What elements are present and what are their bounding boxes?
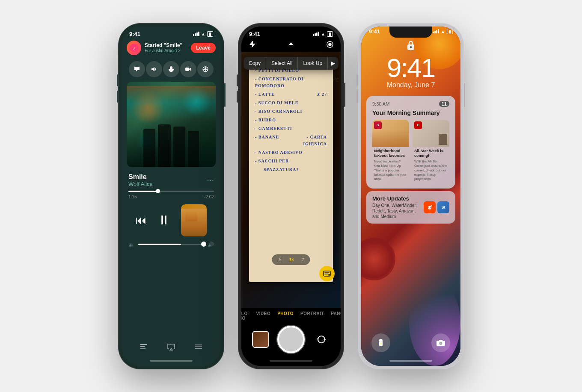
contact-avatar: ♪ [127,41,141,55]
live-photo-button[interactable] [326,41,334,50]
music-note-icon: ♪ [130,44,138,52]
facetime-controls [122,59,221,82]
figure-4 [188,131,199,167]
shutter-button[interactable] [277,326,305,353]
volume-up-btn3[interactable] [356,74,358,86]
progress-container[interactable] [122,190,221,193]
menu-arrow-icon[interactable]: ▶ [328,57,339,70]
zoom-point5[interactable]: .5 [275,256,284,263]
power-btn[interactable] [224,83,226,107]
shareplay-title: Started "Smile" [145,42,187,48]
flashlight-button[interactable] [371,333,390,352]
shareplay-info: Started "Smile" For Justin Arnold > [145,42,187,53]
flash-button[interactable] [248,41,256,50]
news-source-icon-1: S [374,121,382,129]
arrow-up-icon[interactable] [287,41,295,50]
volume-up-btn2[interactable] [237,74,238,86]
notch2 [270,27,312,38]
wifi-icon: ▲ [201,32,205,36]
last-photo-thumbnail[interactable] [252,331,269,348]
shareplay-subtitle: For Justin Arnold > [145,48,187,53]
power-btn2[interactable] [344,83,345,107]
video-button[interactable] [180,61,196,77]
morning-summary-notification[interactable]: 9:30 AM 11 Your Morning Summary S [366,96,455,189]
status-time: 9:41 [129,31,140,37]
rewind-button[interactable]: ⏮ [136,214,147,227]
queue-button[interactable] [194,342,203,353]
signal-icon3 [433,29,439,33]
signal-icon2 [313,32,319,36]
volume-track[interactable] [138,244,204,245]
video-mode[interactable]: VIDEO [256,311,271,321]
more-updates-notification[interactable]: More Updates Day One, WaterMinder, Reddi… [366,191,455,224]
lockscreen-bottom-bar [361,328,460,356]
signal-icon [193,32,199,36]
volume-down-btn3[interactable] [356,91,358,103]
zoom-1x[interactable]: 1× [287,256,297,263]
select-all-menu-item[interactable]: Select All [266,57,298,70]
more-title: More Updates [372,195,424,202]
news-title-2: All-Star Week is coming! [413,147,449,159]
camera-shortcut-button[interactable] [431,333,450,352]
song-title: Smile [128,173,153,181]
portrait-mode[interactable]: PORTRAIT [300,311,324,321]
figure-3 [173,127,185,167]
zoom-2[interactable]: 2 [299,256,307,263]
speaker-button[interactable] [146,61,162,77]
news-cards-row: S Neighborhood takeout favorites Need in… [372,120,449,183]
note-line-10: - SACCHI PER [255,158,327,165]
volume-down-btn[interactable] [117,91,118,103]
more-options-button[interactable]: ··· [207,175,214,185]
bottom-controls [122,337,221,356]
airplay-button[interactable] [167,342,175,353]
lock-icon [361,36,460,55]
status-icons2: ▲ ▮ [313,31,333,37]
news-card-1[interactable]: S Neighborhood takeout favorites Need in… [372,120,409,183]
leave-button[interactable]: Leave [191,43,216,53]
flip-camera-button[interactable] [313,331,330,348]
bar3 [196,32,198,36]
slo-mo-mode[interactable]: SLO-MO [241,311,249,321]
note-line-3-row: - LATTE x 2? [255,91,327,98]
camera-controls [241,322,341,356]
pause-button[interactable]: ⏸ [157,213,170,227]
note-line-8-row: - BANANE - CARTA IGIENICA [255,134,327,147]
zoom-controls: .5 1× 2 [272,254,310,265]
mic-button[interactable] [163,61,179,77]
battery-icon3: ▮ [447,29,453,34]
note-line-8: - BANANE [255,134,279,141]
playback-controls: ⏮ ⏸ [122,201,221,240]
power-btn3[interactable] [464,83,465,107]
wifi-icon3: ▲ [441,29,445,34]
bar2 [195,33,196,36]
volume-down-btn2[interactable] [237,91,238,103]
camera-top-controls [241,39,341,52]
song-info: Smile Wolf Alice ··· [122,167,221,190]
battery-icon: ▮ [207,31,213,37]
home-indicator2 [241,356,341,366]
shareplay-button[interactable] [197,61,214,77]
volume-up-btn[interactable] [117,74,118,86]
lockscreen-content: 9:41 ▲ ▮ [361,27,460,366]
live-text-button[interactable] [319,266,335,281]
p3-lockscreen: 9:41 ▲ ▮ [361,27,460,366]
camera-viewfinder[interactable]: don't canyon Copy Select All Look Up ▶ -… [241,52,341,308]
facetime-thumbnail[interactable] [181,204,207,236]
pano-mode[interactable]: PANO [331,311,341,321]
svg-point-20 [440,342,442,344]
news-card-2[interactable]: E All-Star Week is coming! With the All-… [413,120,449,183]
home-indicator3 [361,356,460,366]
volume-fill [138,244,181,245]
svg-point-14 [428,207,429,208]
svg-point-7 [329,43,331,46]
chat-button[interactable] [129,61,145,77]
news-image-1: S [372,120,409,147]
phone2: 9:41 ▲ ▮ [238,23,344,369]
copy-menu-item[interactable]: Copy [243,57,266,70]
photo-mode[interactable]: PHOTO [277,311,294,321]
status-icons: ▲ ▮ [193,31,213,37]
volume-thumb [201,242,206,247]
note-line-8b-container: - CARTA IGIENICA [303,134,327,147]
look-up-menu-item[interactable]: Look Up [298,57,328,70]
lyrics-button[interactable] [140,342,148,353]
